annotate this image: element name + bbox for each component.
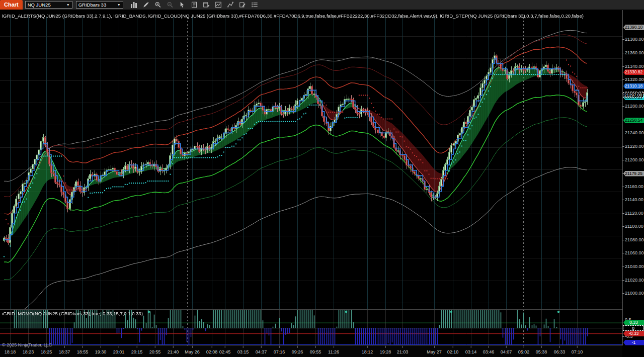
price-value-label: 0 [623, 325, 643, 331]
price-value-label: -0.33 [623, 331, 644, 336]
time-axis-tickmark [192, 346, 193, 348]
price-value-label: 21330.82 [623, 69, 644, 75]
time-axis-tickmark [137, 346, 137, 348]
price-axis-tick: 21120.00 [625, 211, 643, 216]
price-value-label: 21297.00 [623, 92, 643, 98]
time-axis-tickmark [243, 346, 244, 348]
price-value-label: -1 [623, 340, 644, 345]
price-axis-tick: 21220.00 [625, 144, 644, 149]
time-axis-label: 06:33 [554, 349, 566, 354]
time-axis-tickmark [83, 346, 83, 348]
time-axis-tickmark [541, 346, 542, 348]
series-dropdown-value: GRIDbars 33 [78, 2, 106, 8]
report-icon[interactable] [189, 1, 200, 9]
time-axis-label: 03:14 [465, 349, 477, 354]
indicators-icon[interactable] [213, 1, 224, 9]
chart-region: iGRID_ALERTS(NQ JUN25 (GRIDbars 33),2.7,… [0, 10, 644, 357]
time-axis-label: 18:37 [59, 349, 70, 354]
time-axis-label: 18:12 [362, 349, 373, 354]
time-axis-label: 18:23 [23, 349, 34, 354]
time-axis-label: 04:07 [501, 349, 512, 354]
time-axis-label: 05:02 [518, 349, 530, 354]
toolbar-icons [129, 1, 260, 9]
time-axis-tickmark [155, 346, 155, 348]
time-axis-label: 11:26 [328, 349, 339, 354]
time-axis-label: 21:03 [397, 349, 409, 354]
time-axis-tickmark [64, 346, 65, 348]
price-axis-tick: 21000.00 [625, 291, 644, 296]
time-axis-tickmark [577, 346, 578, 348]
instrument-dropdown[interactable]: NQ JUN25 ▼ [25, 1, 72, 9]
indicator-label-main: iGRID_ALERTS(NQ JUN25 (GRIDbars 33),2.7,… [2, 13, 584, 19]
time-axis-label: 18:25 [41, 349, 52, 354]
price-value-label: 21179.25 [623, 171, 644, 176]
time-axis-tickmark [403, 346, 403, 348]
price-axis-tick: 21040.00 [625, 264, 644, 269]
time-axis-tickmark [506, 346, 507, 348]
price-axis-tick: 21140.00 [625, 198, 643, 202]
time-axis-tickmark [334, 346, 334, 348]
time-axis-label: 18:18 [5, 349, 16, 354]
time-axis-tickmark [225, 346, 225, 348]
display-settings-icon[interactable] [250, 1, 260, 9]
time-axis-tickmark [367, 346, 368, 348]
chart-style-icon[interactable] [129, 1, 139, 9]
time-axis-tickmark [119, 346, 119, 348]
time-axis-tickmark [261, 346, 262, 348]
price-value-label: 0.33 [623, 320, 644, 325]
price-axis-tick: 21320.00 [625, 77, 644, 82]
chart-tab[interactable]: Chart [0, 0, 23, 10]
cursor-icon[interactable] [177, 1, 188, 9]
price-value-label: 21258.54 [623, 118, 644, 123]
price-axis-tick: 21240.00 [625, 131, 644, 135]
draw-icon[interactable] [141, 1, 151, 9]
zoom-out-icon[interactable] [165, 1, 176, 9]
time-axis-label: May 27 [427, 349, 442, 354]
time-axis-label: 05:38 [536, 349, 547, 354]
time-axis-tickmark [173, 346, 174, 348]
chevron-down-icon: ▼ [66, 3, 70, 7]
time-axis-tickmark [434, 346, 435, 348]
indicator-label-momo: iGRID_MOMO(NQ JUN25 (GRIDbars 33),true,-… [2, 311, 143, 316]
instrument-dropdown-value: NQ JUN25 [28, 2, 51, 8]
time-axis-label: 07:10 [572, 349, 583, 354]
ninjatrader-chart-window: Chart NQ JUN25 ▼ GRIDbars 33 ▼ iGRID_ALE… [0, 0, 644, 357]
zoom-in-icon[interactable] [153, 1, 164, 9]
time-axis-label: 20:15 [131, 349, 143, 354]
price-value-label: 21310.18 [623, 83, 644, 89]
price-value-label: 21398.10 [623, 25, 644, 30]
price-axis-tick: 21080.00 [625, 238, 644, 242]
price-chart-canvas[interactable] [0, 10, 622, 357]
price-axis-tick: 21020.00 [625, 278, 644, 283]
series-dropdown[interactable]: GRIDbars 33 ▼ [76, 1, 123, 9]
time-axis-label: 21:40 [168, 349, 179, 354]
time-axis-label: 20:01 [113, 349, 125, 354]
time-axis-label: May 26 [185, 349, 200, 354]
price-axis-tick: 21200.00 [625, 158, 644, 162]
time-axis-tickmark [279, 346, 280, 348]
time-axis-label: 02:08 [206, 349, 218, 354]
time-axis-label: 09:55 [310, 349, 321, 354]
time-axis-tickmark [212, 346, 212, 348]
time-axis-label: 04:37 [256, 349, 267, 354]
time-axis-tickmark [559, 346, 560, 348]
time-axis[interactable]: 18:1818:2318:2518:3718:5519:3020:0120:15… [0, 345, 622, 357]
time-axis-label: 18:55 [77, 349, 89, 354]
time-axis-label: 03:46 [483, 349, 495, 354]
price-axis[interactable]: 21380.0021360.0021340.0021320.0021300.00… [622, 10, 644, 345]
data-window-icon[interactable] [201, 1, 212, 9]
time-axis-tickmark [471, 346, 471, 348]
time-axis-tickmark [385, 346, 386, 348]
price-axis-tick: 21340.00 [625, 64, 644, 69]
time-axis-label: 02:45 [219, 349, 231, 354]
price-axis-tick: 21060.00 [625, 251, 644, 255]
time-axis-tickmark [101, 346, 101, 348]
properties-icon[interactable] [237, 1, 248, 9]
time-axis-label: 20:55 [149, 349, 161, 354]
trendline-icon[interactable] [225, 1, 236, 9]
toolbar: Chart NQ JUN25 ▼ GRIDbars 33 ▼ [0, 0, 644, 10]
time-axis-tickmark [453, 346, 453, 348]
price-axis-tick: 21360.00 [625, 51, 644, 55]
time-axis-tickmark [489, 346, 489, 348]
time-axis-tickmark [297, 346, 298, 348]
